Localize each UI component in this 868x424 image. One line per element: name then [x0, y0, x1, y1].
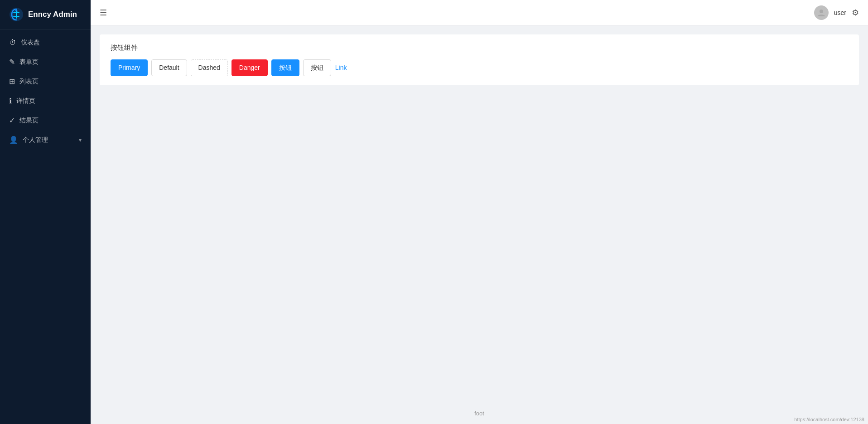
sidebar-item-list[interactable]: ⊞ 列表页 [0, 72, 91, 91]
sidebar-item-dashboard[interactable]: ⏱ 仪表盘 [0, 33, 91, 52]
default-button[interactable]: Default [151, 59, 187, 76]
sidebar-item-dashboard-label: 仪表盘 [21, 39, 40, 47]
personal-icon: 👤 [9, 136, 18, 144]
sidebar-logo: Enncy Admin [0, 0, 91, 29]
user-name: user [834, 9, 846, 16]
status-bar: https://localhost.com/dev:12138 [791, 415, 868, 424]
sidebar-item-list-label: 列表页 [19, 78, 39, 86]
sidebar-item-result[interactable]: ✓ 结果页 [0, 111, 91, 130]
header-left: ☰ [100, 8, 107, 18]
button-card: 按钮组件 Primary Default Dashed Danger 按钮 按钮… [100, 34, 859, 85]
primary-button[interactable]: Primary [111, 59, 148, 76]
button-group: Primary Default Dashed Danger 按钮 按钮 Link [111, 59, 848, 76]
header: ☰ user ⚙ [91, 0, 868, 25]
chinese-primary-button[interactable]: 按钮 [271, 59, 299, 76]
settings-icon[interactable]: ⚙ [852, 8, 859, 18]
app-title: Enncy Admin [28, 10, 77, 19]
link-button[interactable]: Link [335, 59, 347, 76]
content-area: 按钮组件 Primary Default Dashed Danger 按钮 按钮… [91, 25, 868, 403]
header-right: user ⚙ [814, 5, 859, 20]
menu-toggle-icon[interactable]: ☰ [100, 8, 107, 18]
sidebar-item-form-label: 表单页 [19, 58, 39, 66]
form-icon: ✎ [9, 58, 15, 66]
sidebar-item-detail[interactable]: ℹ 详情页 [0, 91, 91, 111]
status-bar-text: https://localhost.com/dev:12138 [794, 417, 864, 422]
list-icon: ⊞ [9, 77, 15, 86]
sidebar: Enncy Admin ⏱ 仪表盘 ✎ 表单页 ⊞ 列表页 ℹ 详情页 ✓ 结果… [0, 0, 91, 424]
chevron-down-icon: ▾ [79, 137, 82, 143]
svg-point-1 [820, 10, 823, 13]
sidebar-item-form[interactable]: ✎ 表单页 [0, 52, 91, 72]
danger-button[interactable]: Danger [231, 59, 268, 76]
sidebar-item-personal-label: 个人管理 [23, 136, 48, 144]
footer-text: foot [474, 410, 484, 417]
dashboard-icon: ⏱ [9, 39, 16, 47]
main-wrapper: ☰ user ⚙ 按钮组件 Primary Default Dashed Dan… [91, 0, 868, 424]
avatar [814, 5, 829, 20]
dashed-button[interactable]: Dashed [191, 59, 228, 76]
sidebar-item-detail-label: 详情页 [16, 97, 35, 105]
sidebar-item-result-label: 结果页 [19, 117, 39, 125]
logo-icon [9, 7, 24, 22]
footer: foot [91, 403, 868, 424]
detail-icon: ℹ [9, 97, 12, 105]
card-title: 按钮组件 [111, 44, 848, 52]
sidebar-item-personal[interactable]: 👤 个人管理 ▾ [0, 130, 91, 150]
result-icon: ✓ [9, 116, 15, 125]
sidebar-item-personal-left: 👤 个人管理 [9, 136, 48, 144]
sidebar-navigation: ⏱ 仪表盘 ✎ 表单页 ⊞ 列表页 ℹ 详情页 ✓ 结果页 👤 个人管理 ▾ [0, 29, 91, 424]
chinese-default-button[interactable]: 按钮 [303, 59, 331, 76]
